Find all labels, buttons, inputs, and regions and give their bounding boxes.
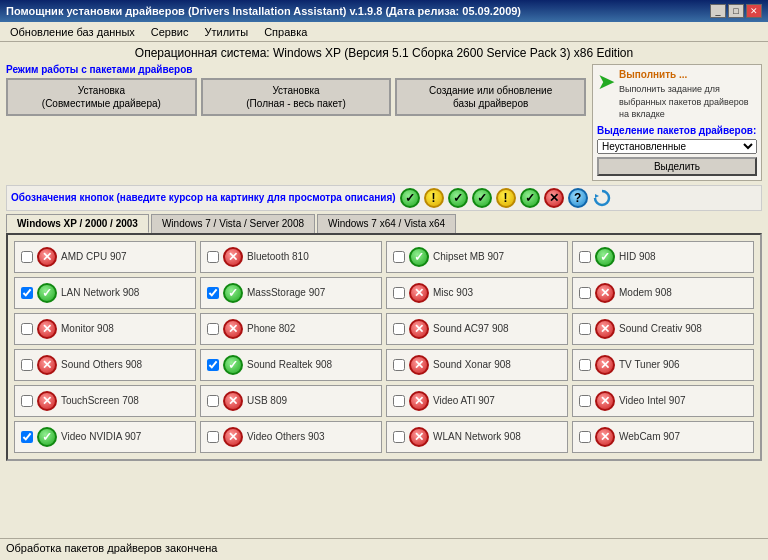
driver-checkbox[interactable] [21,287,33,299]
driver-cell[interactable]: ✓Video NVIDIA 907 [14,421,196,453]
driver-status-icon: ✕ [37,319,57,339]
driver-name: AMD CPU 907 [61,251,127,262]
driver-status-icon: ✕ [595,427,615,447]
driver-cell[interactable]: ✓Chipset MB 907 [386,241,568,273]
driver-checkbox[interactable] [21,431,33,443]
tab-win7x64[interactable]: Windows 7 x64 / Vista x64 [317,214,456,233]
driver-grid: ✕AMD CPU 907✕Bluetooth 810✓Chipset MB 90… [14,241,754,453]
icon-yellow-warn: ! [424,188,444,208]
mode-button-full[interactable]: Установка (Полная - весь пакет) [201,78,392,116]
package-select[interactable]: Неустановленные [597,139,757,154]
menu-update[interactable]: Обновление баз данных [4,25,141,39]
driver-cell[interactable]: ✓MassStorage 907 [200,277,382,309]
driver-checkbox[interactable] [207,287,219,299]
driver-checkbox[interactable] [393,323,405,335]
icon-red-x: ✕ [544,188,564,208]
mode-button-compatible[interactable]: Установка (Совместимые драйвера) [6,78,197,116]
menu-utils[interactable]: Утилиты [198,25,254,39]
tab-winxp[interactable]: Windows XP / 2000 / 2003 [6,214,149,233]
driver-cell[interactable]: ✕Sound Xonar 908 [386,349,568,381]
driver-cell[interactable]: ✕Bluetooth 810 [200,241,382,273]
driver-status-icon: ✕ [37,247,57,267]
driver-cell[interactable]: ✕Sound Creativ 908 [572,313,754,345]
driver-checkbox[interactable] [393,395,405,407]
mode-button-create[interactable]: Создание или обновление базы драйверов [395,78,586,116]
driver-checkbox[interactable] [579,431,591,443]
driver-status-icon: ✕ [595,355,615,375]
driver-cell[interactable]: ✕Misc 903 [386,277,568,309]
driver-cell[interactable]: ✕TV Tuner 906 [572,349,754,381]
driver-checkbox[interactable] [579,287,591,299]
driver-name: USB 809 [247,395,287,406]
driver-status-icon: ✕ [409,427,429,447]
driver-status-icon: ✕ [223,427,243,447]
execute-text: Выполнить задание для выбранных пакетов … [619,83,757,121]
driver-cell[interactable]: ✕TouchScreen 708 [14,385,196,417]
driver-cell[interactable]: ✕WebCam 907 [572,421,754,453]
driver-cell[interactable]: ✕Monitor 908 [14,313,196,345]
driver-status-icon: ✕ [223,391,243,411]
minimize-button[interactable]: _ [710,4,726,18]
driver-checkbox[interactable] [207,359,219,371]
driver-name: Sound AC97 908 [433,323,509,334]
driver-checkbox[interactable] [579,359,591,371]
driver-name: Monitor 908 [61,323,114,334]
maximize-button[interactable]: □ [728,4,744,18]
driver-checkbox[interactable] [393,359,405,371]
icon-green-check: ✓ [400,188,420,208]
driver-name: Sound Creativ 908 [619,323,702,334]
driver-cell[interactable]: ✕Video Others 903 [200,421,382,453]
selection-title: Выделение пакетов драйверов: [597,125,757,136]
driver-cell[interactable]: ✕Video ATI 907 [386,385,568,417]
driver-checkbox[interactable] [21,395,33,407]
driver-cell[interactable]: ✕USB 809 [200,385,382,417]
icon-green-check3: ✓ [472,188,492,208]
driver-cell[interactable]: ✕Sound Others 908 [14,349,196,381]
icon-green-check4: ✓ [520,188,540,208]
menu-help[interactable]: Справка [258,25,313,39]
driver-checkbox[interactable] [21,323,33,335]
driver-cell[interactable]: ✕Video Intel 907 [572,385,754,417]
menu-service[interactable]: Сервис [145,25,195,39]
driver-name: Modem 908 [619,287,672,298]
driver-grid-container: ✕AMD CPU 907✕Bluetooth 810✓Chipset MB 90… [6,233,762,461]
driver-checkbox[interactable] [393,431,405,443]
driver-checkbox[interactable] [21,251,33,263]
driver-status-icon: ✕ [595,391,615,411]
driver-name: Sound Realtek 908 [247,359,332,370]
driver-checkbox[interactable] [207,251,219,263]
icon-blue-q: ? [568,188,588,208]
driver-checkbox[interactable] [579,395,591,407]
driver-checkbox[interactable] [207,323,219,335]
close-button[interactable]: ✕ [746,4,762,18]
driver-checkbox[interactable] [21,359,33,371]
driver-status-icon: ✕ [409,283,429,303]
driver-status-icon: ✓ [595,247,615,267]
driver-cell[interactable]: ✓LAN Network 908 [14,277,196,309]
driver-cell[interactable]: ✓HID 908 [572,241,754,273]
status-text: Обработка пакетов драйверов закончена [6,542,217,554]
driver-checkbox[interactable] [579,251,591,263]
driver-name: MassStorage 907 [247,287,325,298]
select-button[interactable]: Выделить [597,157,757,176]
driver-cell[interactable]: ✕Sound AC97 908 [386,313,568,345]
driver-checkbox[interactable] [393,287,405,299]
driver-checkbox[interactable] [579,323,591,335]
driver-cell[interactable]: ✕Modem 908 [572,277,754,309]
driver-name: Bluetooth 810 [247,251,309,262]
driver-cell[interactable]: ✓Sound Realtek 908 [200,349,382,381]
driver-cell[interactable]: ✕AMD CPU 907 [14,241,196,273]
driver-status-icon: ✕ [37,355,57,375]
tab-win7[interactable]: Windows 7 / Vista / Server 2008 [151,214,315,233]
driver-name: WLAN Network 908 [433,431,521,442]
driver-checkbox[interactable] [393,251,405,263]
icon-yellow-warn2: ! [496,188,516,208]
driver-status-icon: ✕ [223,247,243,267]
icon-green-check2: ✓ [448,188,468,208]
legend-label: Обозначения кнопок (наведите курсор на к… [11,192,396,203]
driver-cell[interactable]: ✕WLAN Network 908 [386,421,568,453]
driver-cell[interactable]: ✕Phone 802 [200,313,382,345]
driver-checkbox[interactable] [207,395,219,407]
icon-refresh [592,188,612,208]
driver-checkbox[interactable] [207,431,219,443]
